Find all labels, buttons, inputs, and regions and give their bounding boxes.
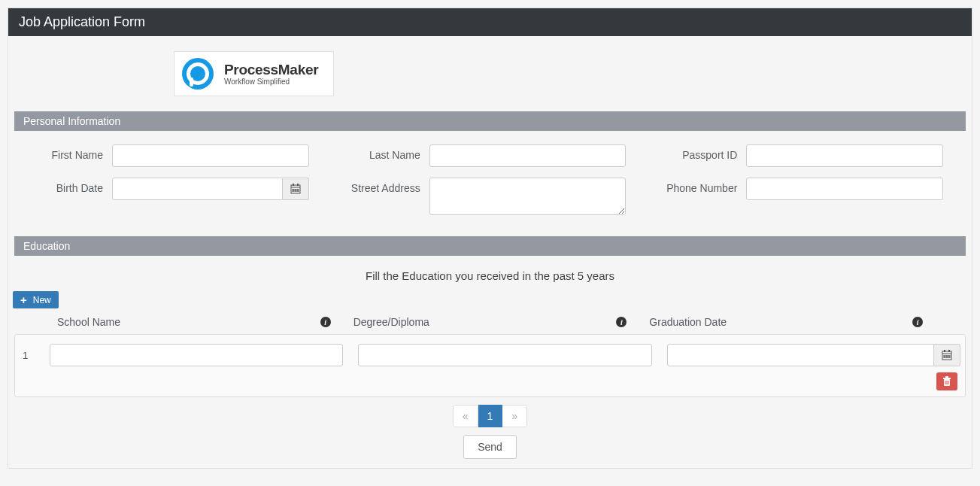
col-degree: Degree/Diploma: [353, 316, 429, 328]
personal-info-header: Personal Information: [14, 111, 966, 131]
street-address-input[interactable]: [429, 178, 627, 215]
last-name-input[interactable]: [429, 144, 627, 167]
info-icon[interactable]: i: [912, 317, 923, 327]
processmaker-logo: ProcessMaker Workflow Simplified: [174, 51, 334, 96]
plus-icon: +: [20, 294, 27, 305]
calendar-icon[interactable]: [283, 178, 309, 200]
logo-tagline: Workflow Simplified: [224, 78, 318, 86]
last-name-label: Last Name: [332, 144, 429, 161]
education-instruction: Fill the Education you received in the p…: [8, 269, 972, 282]
delete-row-button[interactable]: [936, 372, 957, 390]
info-icon[interactable]: i: [320, 317, 331, 327]
table-row: 1: [20, 344, 960, 366]
page-next[interactable]: »: [502, 405, 527, 427]
svg-rect-19: [943, 378, 951, 379]
graduation-date-input[interactable]: [667, 344, 934, 366]
col-graduation-date: Graduation Date: [649, 316, 727, 328]
job-application-form: Job Application Form ProcessMaker Workfl…: [8, 8, 972, 469]
education-grid-header: School Name i Degree/Diploma i Graduatio…: [8, 316, 972, 328]
send-button[interactable]: Send: [463, 435, 517, 459]
phone-number-input[interactable]: [746, 178, 943, 200]
page-1[interactable]: 1: [478, 405, 503, 427]
first-name-input[interactable]: [112, 144, 309, 167]
passport-id-label: Passport ID: [648, 144, 746, 161]
page-prev[interactable]: «: [453, 405, 478, 427]
logo-icon: [182, 58, 214, 90]
school-name-input[interactable]: [50, 344, 343, 366]
education-header: Education: [14, 236, 966, 256]
first-name-label: First Name: [14, 144, 112, 161]
calendar-icon[interactable]: [934, 344, 960, 366]
svg-rect-20: [945, 376, 948, 378]
birth-date-input[interactable]: [112, 178, 283, 200]
birth-date-label: Birth Date: [14, 178, 112, 194]
education-grid: 1: [14, 334, 966, 397]
phone-number-label: Phone Number: [648, 178, 746, 194]
personal-info-body: First Name Last Name Passport ID Birth D…: [8, 131, 972, 236]
street-address-label: Street Address: [332, 178, 429, 194]
new-row-button[interactable]: + New: [13, 291, 59, 308]
form-title: Job Application Form: [8, 8, 972, 36]
logo-brand: ProcessMaker: [224, 62, 318, 77]
info-icon[interactable]: i: [616, 317, 627, 327]
passport-id-input[interactable]: [746, 144, 943, 167]
pagination: « 1 »: [8, 405, 972, 427]
new-button-label: New: [33, 295, 51, 305]
row-index: 1: [20, 350, 35, 361]
logo-row: ProcessMaker Workflow Simplified: [8, 36, 972, 111]
col-school-name: School Name: [57, 316, 120, 328]
degree-input[interactable]: [358, 344, 651, 366]
